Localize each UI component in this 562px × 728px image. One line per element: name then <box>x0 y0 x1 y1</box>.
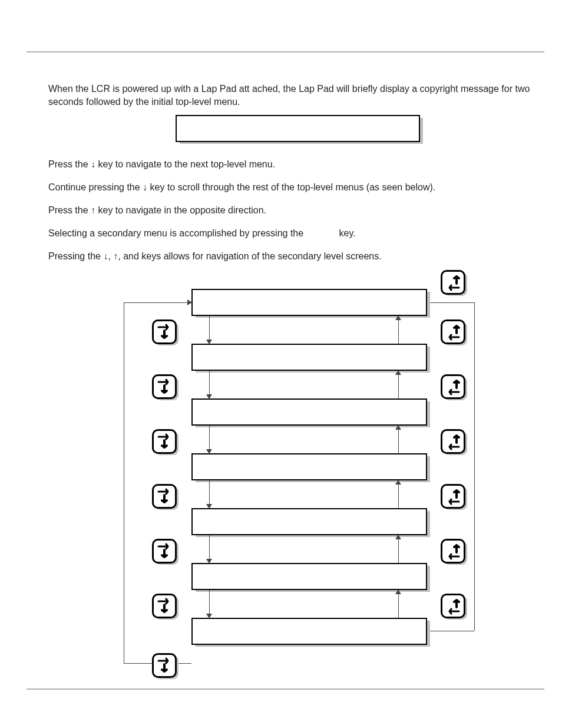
menu-box <box>191 453 427 480</box>
menu-box <box>191 289 427 316</box>
down-arrow-glyph <box>91 159 95 169</box>
menu-box <box>191 508 427 535</box>
flow-line <box>209 535 210 559</box>
flow-line <box>398 594 399 618</box>
right-down-key-icon <box>152 594 177 618</box>
up-arrow-glyph <box>91 205 95 215</box>
right-down-key-icon <box>152 484 177 509</box>
right-down-key-icon <box>152 539 177 564</box>
paragraph-continue-down: Continue pressing the key to scroll thro… <box>48 181 538 194</box>
up-left-key-icon <box>441 594 465 618</box>
arrowhead-down-icon <box>206 449 212 454</box>
text: key. <box>339 228 356 238</box>
flow-line <box>474 302 475 631</box>
horizontal-rule <box>27 51 544 52</box>
menu-box <box>191 563 427 590</box>
display-box-initial <box>176 115 420 142</box>
right-down-key-icon <box>152 374 177 399</box>
flow-line <box>427 302 474 303</box>
arrowhead-down-icon <box>206 559 212 564</box>
up-left-key-icon <box>441 270 465 295</box>
text: Continue pressing the <box>48 182 143 192</box>
arrowhead-up-icon <box>395 480 401 485</box>
up-left-key-icon <box>441 319 465 344</box>
text: Press the <box>48 159 91 169</box>
flow-line <box>209 426 210 449</box>
up-left-key-icon <box>441 374 465 399</box>
arrowhead-up-icon <box>395 535 401 539</box>
text: Selecting a secondary menu is accomplish… <box>48 228 306 238</box>
menu-box <box>191 344 427 371</box>
paragraph-intro: When the LCR is powered up with a Lap Pa… <box>48 83 538 108</box>
flow-line <box>209 480 210 504</box>
up-left-key-icon <box>441 429 465 454</box>
flow-line <box>209 371 210 394</box>
text: , <box>108 251 113 261</box>
right-down-key-icon <box>152 429 177 454</box>
paragraph-press-up: Press the key to navigate in the opposit… <box>48 204 538 217</box>
menu-flow-diagram <box>118 265 477 690</box>
flow-line <box>427 631 474 631</box>
arrowhead-down-icon <box>206 504 212 509</box>
text: key to scroll through the rest of the to… <box>147 182 435 192</box>
arrowhead-up-icon <box>395 315 401 320</box>
arrowhead-down-icon <box>206 614 212 618</box>
paragraph-press-down: Press the key to navigate to the next to… <box>48 158 538 171</box>
horizontal-rule <box>27 689 544 690</box>
text: key to navigate in the opposite directio… <box>95 205 266 215</box>
flow-line <box>398 485 399 508</box>
flow-line <box>398 320 399 344</box>
right-down-key-icon <box>152 319 177 344</box>
up-left-key-icon <box>441 484 465 509</box>
flow-line <box>124 302 124 663</box>
flow-line <box>124 302 187 303</box>
paragraph-select-secondary: Selecting a secondary menu is accomplish… <box>48 227 538 240</box>
text: Pressing the <box>48 251 103 261</box>
arrowhead-down-icon <box>206 394 212 399</box>
text: key to navigate to the next top-level me… <box>95 159 275 169</box>
flow-line <box>209 590 210 614</box>
down-arrow-glyph <box>143 182 147 192</box>
text: , and keys allows for navigation of the … <box>118 251 381 261</box>
arrowhead-up-icon <box>395 589 401 594</box>
paragraph-nav-secondary: Pressing the , , and keys allows for nav… <box>48 250 538 263</box>
flow-line <box>398 430 399 453</box>
flow-line <box>398 375 399 398</box>
menu-box <box>191 618 427 645</box>
flow-line <box>209 316 210 340</box>
arrowhead-up-icon <box>395 370 401 375</box>
menu-box <box>191 398 427 426</box>
right-down-key-icon <box>152 653 177 678</box>
flow-line <box>398 539 399 563</box>
text: Press the <box>48 205 91 215</box>
arrowhead-down-icon <box>206 340 212 344</box>
arrowhead-up-icon <box>395 425 401 430</box>
up-left-key-icon <box>441 539 465 564</box>
